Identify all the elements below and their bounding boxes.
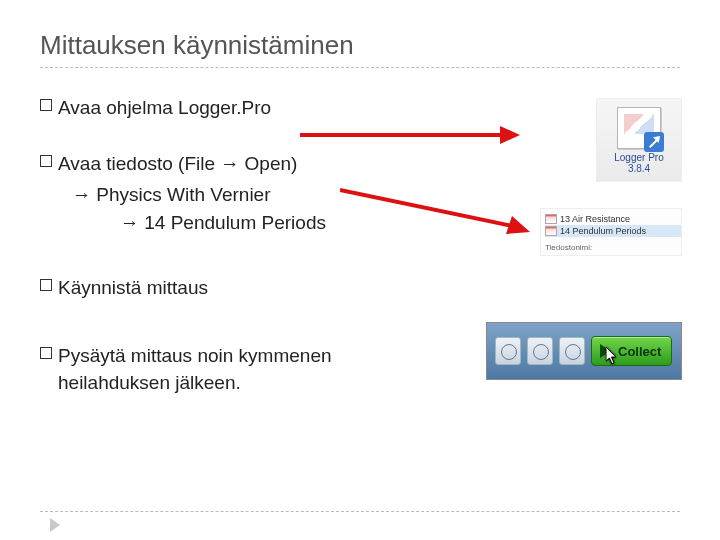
bullet-3: Käynnistä mittaus: [40, 274, 680, 302]
slide-marker-icon: [50, 518, 60, 532]
file-row-selected: 14 Pendulum Periods: [545, 225, 681, 237]
bullet-1-prefix: Avaa: [58, 97, 101, 118]
file-icon: [545, 214, 557, 224]
bullet-3-prefix: Käynnistä: [58, 277, 141, 298]
bullet-2-prefix: Avaa: [58, 153, 101, 174]
toolbar-button-icon: [527, 337, 553, 365]
bullet-3-text: mittaus: [141, 277, 208, 298]
divider: [40, 511, 680, 512]
bullet-2-text: tiedosto (File → Open): [101, 153, 297, 174]
divider: [40, 67, 680, 68]
toolbar-preview: Collect: [486, 322, 682, 380]
shortcut-arrow-icon: [644, 132, 664, 152]
file-caption: Tiedostonimi:: [545, 243, 592, 253]
file-row: 13 Air Resistance: [545, 213, 681, 225]
bullet-1: Avaa ohjelma Logger.Pro: [40, 94, 680, 122]
loggerpro-shortcut-icon: Logger Pro 3.8.4: [596, 98, 682, 182]
toolbar-button-icon: [559, 337, 585, 365]
play-icon: [600, 344, 611, 358]
collect-button: Collect: [591, 336, 672, 366]
file-open-preview: 13 Air Resistance 14 Pendulum Periods Ti…: [540, 208, 682, 256]
bullet-4-prefix: Pysäytä: [58, 345, 126, 366]
loggerpro-glyph-icon: [617, 107, 661, 149]
bullet-marker-icon: [40, 155, 52, 167]
loggerpro-label-1: Logger Pro: [614, 152, 663, 163]
bullet-2-sub1: → Physics With Vernier: [72, 181, 680, 209]
toolbar-button-icon: [495, 337, 521, 365]
bullet-1-text: ohjelma Logger.Pro: [101, 97, 271, 118]
file-row-1-label: 13 Air Resistance: [560, 214, 630, 225]
bullet-marker-icon: [40, 347, 52, 359]
collect-button-label: Collect: [618, 344, 661, 359]
bullet-2: Avaa tiedosto (File → Open): [40, 150, 680, 178]
page-title: Mittauksen käynnistäminen: [40, 30, 680, 61]
loggerpro-label-2: 3.8.4: [628, 163, 650, 174]
file-icon: [545, 226, 557, 236]
bullet-marker-icon: [40, 99, 52, 111]
bullet-marker-icon: [40, 279, 52, 291]
file-row-2-label: 14 Pendulum Periods: [560, 226, 646, 237]
